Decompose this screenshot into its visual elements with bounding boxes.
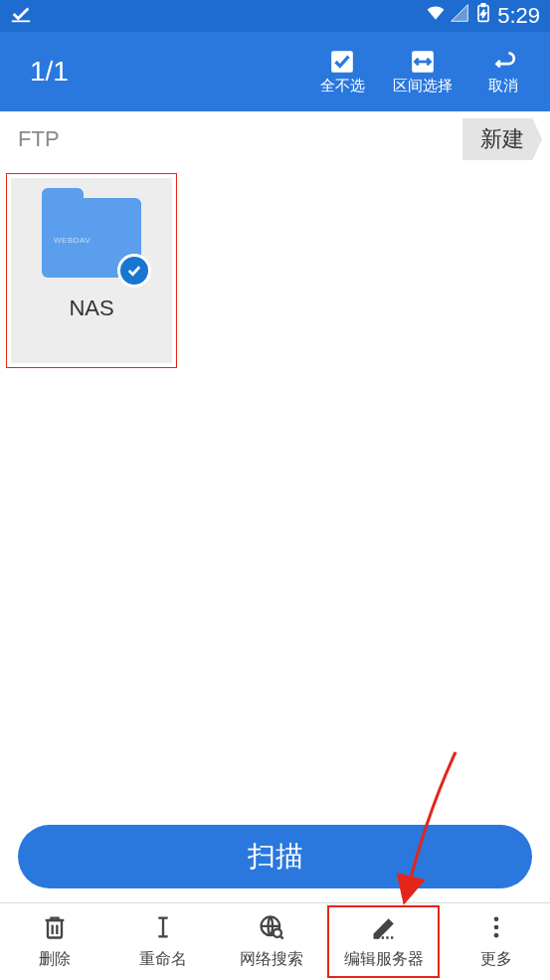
trash-icon [41,913,69,945]
network-search-label: 网络搜索 [240,949,303,970]
svg-point-17 [493,925,498,930]
more-button[interactable]: 更多 [442,903,550,980]
more-label: 更多 [480,949,512,970]
svg-point-13 [273,929,280,937]
item-nas[interactable]: WEBDAV NAS [6,173,177,368]
breadcrumb[interactable]: FTP [18,126,60,152]
status-check-icon [10,3,32,29]
svg-line-14 [280,936,282,938]
scan-button[interactable]: 扫描 [18,825,532,888]
checkbox-checked-icon [329,49,355,75]
range-select-button[interactable]: 区间选择 [393,49,453,96]
globe-search-icon [258,913,285,945]
cancel-label: 取消 [488,77,518,96]
rename-button[interactable]: 重命名 [108,903,217,980]
selection-count: 1/1 [30,56,313,88]
sub-header: FTP 新建 [0,111,550,167]
selected-check-icon [117,254,151,288]
edit-server-button[interactable]: 编辑服务器 [327,905,440,978]
content-grid: WEBDAV NAS [0,167,550,374]
selection-toolbar: 1/1 全不选 区间选择 取消 [0,32,550,111]
rename-label: 重命名 [139,949,187,970]
cursor-icon [149,913,177,945]
undo-icon [490,49,516,75]
range-select-label: 区间选择 [393,77,453,96]
folder-type-label: WEBDAV [54,236,91,245]
item-label: NAS [69,295,113,321]
signal-icon [450,3,469,29]
edit-server-label: 编辑服务器 [344,949,424,970]
new-button[interactable]: 新建 [462,118,542,160]
delete-button[interactable]: 删除 [0,903,108,980]
wifi-icon [426,3,446,29]
edit-icon [370,913,398,945]
status-time: 5:29 [497,3,540,29]
range-icon [410,49,436,75]
svg-rect-2 [482,4,485,6]
svg-rect-6 [48,920,62,938]
battery-icon [473,3,493,29]
network-search-button[interactable]: 网络搜索 [217,903,325,980]
more-dots-icon [482,913,510,945]
status-bar: 5:29 [0,0,550,32]
folder-icon: WEBDAV [42,198,141,278]
cancel-button[interactable]: 取消 [474,49,532,96]
deselect-all-button[interactable]: 全不选 [313,49,371,96]
svg-point-18 [493,933,498,938]
bottom-action-bar: 删除 重命名 网络搜索 编辑服务器 更多 [0,902,550,980]
delete-label: 删除 [39,949,71,970]
svg-point-16 [493,917,498,922]
deselect-all-label: 全不选 [320,77,365,96]
